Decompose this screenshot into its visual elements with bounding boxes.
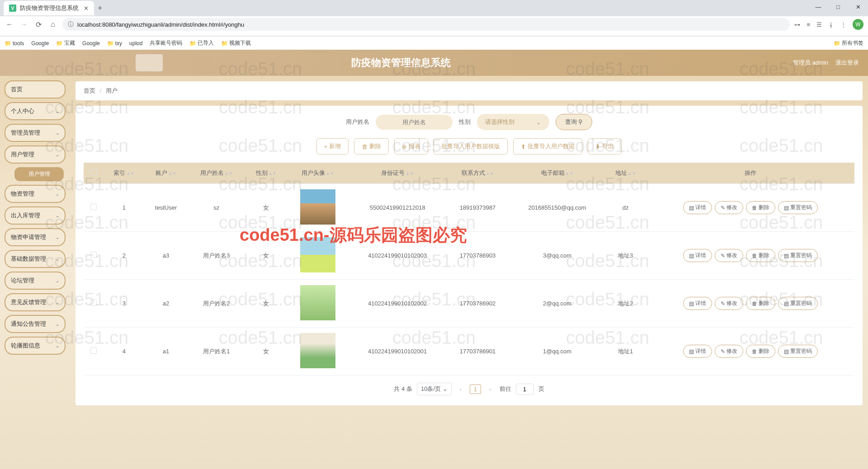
- reset-password-button[interactable]: ▤重置密码: [778, 201, 818, 214]
- avatar-image[interactable]: [300, 333, 335, 368]
- row-checkbox[interactable]: [90, 204, 97, 210]
- bookmark-item[interactable]: 📁tools: [5, 40, 24, 47]
- sidebar-item-forum[interactable]: 论坛管理⌄: [5, 272, 66, 290]
- sidebar-item-basedata[interactable]: 基础数据管理⌄: [5, 250, 66, 268]
- avatar-image[interactable]: [300, 237, 335, 272]
- site-info-icon[interactable]: ⓘ: [68, 20, 74, 28]
- avatar-image[interactable]: [300, 285, 335, 320]
- url-box[interactable]: ⓘ localhost:8080/fangyiwuzhiguanli/admin…: [62, 18, 790, 31]
- search-gender-select[interactable]: 请选择性别 ⌄: [477, 114, 549, 130]
- cell-account: a3: [145, 232, 188, 280]
- sidebar-item-carousel[interactable]: 轮播图信息⌄: [5, 337, 66, 355]
- th-phone[interactable]: 联系方式▲▼: [446, 163, 509, 184]
- th-idcard[interactable]: 身份证号▲▼: [349, 163, 446, 184]
- sidebar-item-material[interactable]: 物资管理⌄: [5, 185, 66, 203]
- tab-close-icon[interactable]: ✕: [84, 5, 89, 12]
- page-next[interactable]: ›: [486, 384, 495, 394]
- bookmark-item[interactable]: Google: [82, 40, 100, 47]
- toolbar-right: ⊶ ≡ ☰ ⭳ ⋮ W: [794, 19, 863, 30]
- total-count: 共 4 条: [394, 385, 412, 393]
- page-current[interactable]: 1: [470, 385, 481, 394]
- nav-forward-icon[interactable]: →: [19, 20, 29, 28]
- delete-row-button[interactable]: 🗑删除: [746, 345, 775, 358]
- breadcrumb-home[interactable]: 首页: [84, 87, 95, 94]
- key-icon[interactable]: ⊶: [794, 21, 800, 28]
- profile-avatar[interactable]: W: [853, 19, 863, 30]
- header-right: 管理员 admin 退出登录: [793, 59, 859, 67]
- delete-row-button[interactable]: 🗑删除: [746, 201, 775, 214]
- avatar-image[interactable]: [300, 189, 335, 225]
- bookmark-item[interactable]: 📁已导入: [189, 39, 214, 47]
- nav-reload-icon[interactable]: ⟳: [33, 20, 43, 29]
- import-data-button[interactable]: ⬆批量导入用户数据: [513, 138, 582, 155]
- sidebar-item-apply[interactable]: 物资申请管理⌄: [5, 228, 66, 246]
- sidebar-subitem-user[interactable]: 用户管理: [14, 167, 64, 181]
- bookmark-item[interactable]: uplod: [129, 40, 142, 47]
- cell-email: 2@qq.com: [509, 280, 605, 328]
- sidebar-item-profile[interactable]: 个人中心⌄: [5, 102, 66, 120]
- extension-icon[interactable]: ☰: [816, 21, 822, 28]
- add-button[interactable]: +新增: [316, 138, 349, 155]
- admin-label[interactable]: 管理员 admin: [793, 59, 828, 67]
- reset-password-button[interactable]: ▤重置密码: [778, 249, 818, 262]
- th-index[interactable]: 索引▲▼: [104, 163, 145, 184]
- row-checkbox[interactable]: [90, 300, 97, 306]
- sidebar-item-notice[interactable]: 通知公告管理⌄: [5, 315, 66, 333]
- row-checkbox[interactable]: [90, 347, 97, 354]
- th-gender[interactable]: 性别▲▼: [245, 163, 287, 184]
- window-minimize[interactable]: —: [808, 0, 828, 14]
- th-addr[interactable]: 地址▲▼: [605, 163, 646, 184]
- sidebar-item-home[interactable]: 首页: [5, 80, 66, 98]
- more-icon[interactable]: ⋮: [840, 21, 846, 28]
- goto-input[interactable]: [516, 384, 534, 395]
- layout: 首页 个人中心⌄ 管理员管理⌄ 用户管理⌄ 用户管理 物资管理⌄ 出入库管理⌄ …: [0, 76, 868, 469]
- edit-button[interactable]: ✎修改: [715, 297, 743, 310]
- cell-ops: ▤详情 ✎修改 🗑删除 ▤重置密码: [646, 184, 854, 232]
- bookmark-item[interactable]: 共享账号密码: [150, 39, 182, 47]
- reset-password-button[interactable]: ▤重置密码: [778, 297, 818, 310]
- export-button[interactable]: ⬇导出: [588, 138, 622, 155]
- bookmark-item[interactable]: 📁宝藏: [56, 39, 75, 47]
- delete-button[interactable]: 🗑删除: [354, 138, 389, 155]
- detail-button[interactable]: ▤详情: [683, 297, 712, 310]
- logout-button[interactable]: 退出登录: [835, 59, 859, 67]
- delete-row-button[interactable]: 🗑删除: [746, 297, 775, 310]
- nav-back-icon[interactable]: ←: [5, 20, 14, 28]
- all-bookmarks[interactable]: 📁所有书签: [834, 39, 863, 47]
- report-button[interactable]: ⊕报表: [394, 138, 428, 155]
- sidebar-item-user[interactable]: 用户管理⌄: [5, 145, 66, 164]
- detail-button[interactable]: ▤详情: [683, 345, 712, 358]
- browser-tab[interactable]: V 防疫物资管理信息系统 ✕: [4, 1, 94, 15]
- bookmark-item[interactable]: 📁txy: [107, 40, 122, 47]
- sidebar-item-inout[interactable]: 出入库管理⌄: [5, 206, 66, 225]
- checkbox-all[interactable]: [90, 169, 97, 176]
- reset-password-button[interactable]: ▤重置密码: [778, 345, 818, 358]
- page-prev[interactable]: ‹: [456, 384, 465, 394]
- bookmark-item[interactable]: 📁视频下载: [221, 39, 251, 47]
- new-tab-button[interactable]: +: [98, 4, 103, 13]
- row-checkbox[interactable]: [90, 252, 97, 258]
- detail-button[interactable]: ▤详情: [683, 249, 712, 262]
- nav-home-icon[interactable]: ⌂: [48, 20, 58, 28]
- download-icon[interactable]: ⭳: [828, 21, 834, 28]
- delete-row-button[interactable]: 🗑删除: [746, 249, 775, 262]
- search-button[interactable]: 查询 ⚲: [556, 114, 593, 130]
- window-close[interactable]: ✕: [848, 0, 868, 14]
- chevron-down-icon: ⌄: [56, 192, 59, 197]
- sidebar-item-feedback[interactable]: 意见反馈管理⌄: [5, 293, 66, 311]
- page-size-select[interactable]: 10条/页 ⌄: [417, 383, 452, 395]
- th-account[interactable]: 账户▲▼: [145, 163, 188, 184]
- edit-button[interactable]: ✎修改: [715, 345, 743, 358]
- th-name[interactable]: 用户姓名▲▼: [187, 163, 245, 184]
- search-name-input[interactable]: [376, 115, 453, 130]
- th-email[interactable]: 电子邮箱▲▼: [509, 163, 605, 184]
- import-template-button[interactable]: 批量导入用户数据模版: [434, 138, 508, 155]
- sidebar-item-admin[interactable]: 管理员管理⌄: [5, 124, 66, 142]
- bookmark-item[interactable]: Google: [31, 40, 49, 47]
- edit-button[interactable]: ✎修改: [715, 249, 743, 262]
- detail-button[interactable]: ▤详情: [683, 201, 712, 214]
- menu-icon[interactable]: ≡: [807, 21, 810, 28]
- window-maximize[interactable]: □: [828, 0, 848, 14]
- edit-button[interactable]: ✎修改: [715, 201, 743, 214]
- th-avatar[interactable]: 用户头像▲▼: [287, 163, 349, 184]
